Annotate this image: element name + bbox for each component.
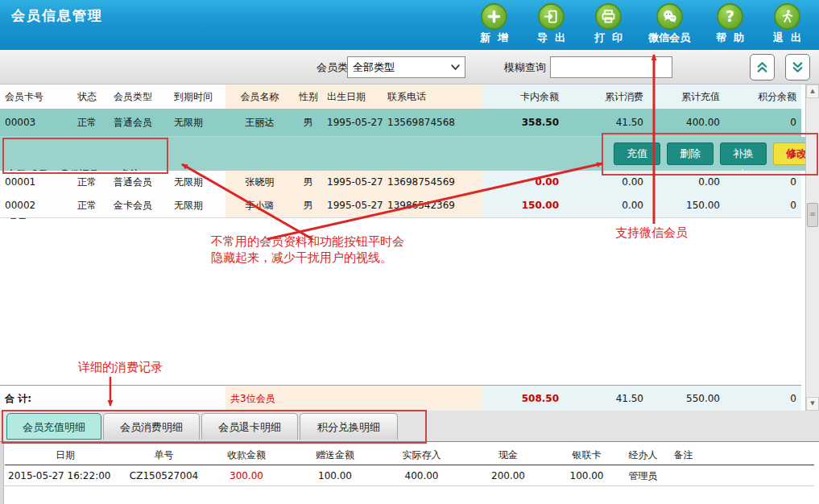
annotation-hidden-features: 不常用的会员资料和功能按钮平时会 隐藏起来，减少干扰用户的视线。 [211, 233, 404, 266]
table-row-selected[interactable]: 00003 正常 普通会员 无限期 王丽达 男 1995-05-27 13569… [0, 109, 801, 137]
summary-balance: 508.50 [483, 386, 564, 411]
scroll-up-arrow[interactable]: ▲ [806, 85, 819, 98]
col-name: 会员名称 [225, 85, 294, 109]
plus-icon [481, 3, 507, 30]
panel-left-strip [0, 442, 4, 504]
tab-consume-detail[interactable]: 会员消费明细 [103, 413, 200, 440]
chevron-down-icon [451, 64, 460, 71]
rcol-date: 日期 [5, 445, 126, 465]
replace-card-button[interactable]: 补换卡 [720, 143, 767, 165]
col-status: 状态 [72, 85, 109, 109]
summary-row: 合 计: 共3位会员 508.50 41.50 550.00 0 [0, 385, 801, 412]
scroll-down-arrow[interactable]: ▼ [806, 397, 819, 411]
rcol-received: 收款金额 [202, 445, 291, 465]
detail-tabs-bar: 会员充值明细 会员消费明细 会员退卡明细 积分兑换明细 [0, 411, 819, 441]
recharge-button[interactable]: 充值 [614, 143, 660, 165]
col-recharge: 累计充值 [648, 85, 725, 109]
collapse-panel-button[interactable] [750, 54, 775, 81]
record-panel: 日期 单号 收款金额 赠送金额 实际存入 现金 银联卡 经办人 备注 2015-… [0, 441, 819, 504]
chevron-double-down-icon [790, 60, 805, 75]
page-title: 会员信息管理 [11, 6, 103, 25]
rcol-note: 备注 [665, 445, 701, 465]
rcol-gift: 赠送金额 [291, 445, 379, 465]
rcol-actual: 实际存入 [379, 445, 464, 465]
help-button[interactable]: ? 帮 助 [701, 2, 759, 45]
annotation-consume-records: 详细的消费记录 [78, 359, 163, 375]
exit-icon [774, 3, 800, 30]
delete-button[interactable]: 删除 [667, 143, 714, 165]
rcol-cash: 现金 [464, 445, 552, 465]
col-card-no: 会员卡号 [0, 85, 72, 109]
titlebar: 会员信息管理 新 增 导 出 打 印 [0, 0, 819, 50]
tab-points-exchange-detail[interactable]: 积分兑换明细 [300, 413, 398, 440]
rcol-unionpay: 银联卡 [552, 445, 621, 465]
filter-bar: 会员类型 全部类型 模糊查询 [0, 50, 819, 85]
fuzzy-search-input[interactable] [550, 56, 672, 78]
wechat-member-button[interactable]: 微信会员 [637, 2, 701, 45]
col-gender: 性别 [294, 85, 322, 109]
record-row[interactable]: 2015-05-27 16:22:00 CZ150527004 300.00 1… [5, 466, 814, 486]
col-type: 会员类型 [109, 85, 169, 109]
summary-points: 0 [725, 386, 801, 411]
annotation-wechat-support: 支持微信会员 [615, 225, 688, 241]
rcol-order-no: 单号 [126, 445, 202, 465]
expand-panel-button[interactable] [785, 54, 810, 81]
print-icon [595, 3, 622, 30]
summary-label: 合 计: [0, 386, 225, 411]
col-consume: 累计消费 [564, 85, 648, 109]
wechat-icon [656, 3, 683, 30]
member-type-select[interactable]: 全部类型 [347, 56, 465, 78]
exit-button[interactable]: 退 出 [759, 2, 816, 45]
row-action-buttons: 充值 删除 补换卡 修改 [614, 143, 819, 165]
member-detail-row: 会籍: 2天 身份证号: 备注: 地址: 充值 删除 补换卡 修改 [0, 137, 805, 171]
scrollbar-thumb[interactable]: ≡ [807, 203, 818, 227]
record-table-header: 日期 单号 收款金额 赠送金额 实际存入 现金 银联卡 经办人 备注 [5, 445, 814, 465]
member-type-value: 全部类型 [353, 61, 395, 73]
tab-card-return-detail[interactable]: 会员退卡明细 [201, 413, 298, 440]
col-phone: 联系电话 [383, 85, 483, 109]
col-balance: 卡内余额 [483, 85, 564, 109]
toolbar: 新 增 导 出 打 印 微信会员 [465, 2, 816, 45]
member-management-window: 会员信息管理 新 增 导 出 打 印 [0, 0, 819, 504]
table-row[interactable]: 00002 正常 金卡会员 无限期 李小璐 男 1995-05-27 13986… [0, 193, 801, 218]
tab-recharge-detail[interactable]: 会员充值明细 [6, 413, 101, 440]
summary-consume: 41.50 [564, 386, 648, 411]
add-member-button[interactable]: 新 增 [465, 2, 523, 45]
col-points: 积分余额 [725, 85, 801, 109]
table-scrollbar[interactable]: ▲ ≡ ▼ [805, 85, 819, 411]
chevron-double-up-icon [755, 60, 770, 75]
col-birthday: 出生日期 [322, 85, 383, 109]
export-icon [538, 3, 565, 30]
col-expire: 到期时间 [169, 85, 225, 109]
member-table-header: 会员卡号 状态 会员类型 到期时间 会员名称 性别 出生日期 联系电话 卡内余额… [0, 85, 801, 109]
fuzzy-search-label: 模糊查询 [504, 50, 546, 85]
export-button[interactable]: 导 出 [523, 2, 580, 45]
summary-recharge: 550.00 [648, 386, 725, 411]
help-icon: ? [717, 3, 743, 30]
print-button[interactable]: 打 印 [580, 2, 637, 45]
rcol-operator: 经办人 [621, 445, 665, 465]
table-row[interactable]: 00001 正常 普通会员 无限期 张晓明 男 1995-05-27 13698… [0, 171, 801, 194]
member-count: 共3位会员 [225, 386, 483, 411]
